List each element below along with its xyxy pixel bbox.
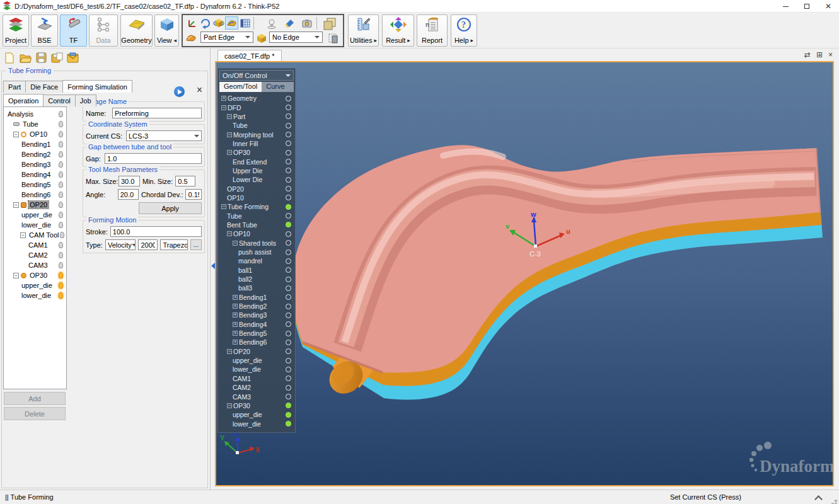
view-collapse-arrow[interactable]: ◂ xyxy=(174,37,177,43)
visibility-bulb-icon[interactable] xyxy=(59,141,63,147)
on-off-toggle-icon[interactable] xyxy=(286,267,291,273)
tree-item-bending5[interactable]: Bending5 xyxy=(4,180,66,190)
on-off-toggle-icon[interactable] xyxy=(286,105,291,110)
stroke-input[interactable] xyxy=(110,226,202,237)
utilities-button[interactable]: Utilities▸ xyxy=(348,14,379,47)
on-off-toggle-icon[interactable] xyxy=(286,132,291,137)
expander-icon[interactable]: − xyxy=(13,273,19,278)
tree-item-cam1[interactable]: CAM1 xyxy=(4,240,66,250)
onoff-item-op30[interactable]: −OP30 xyxy=(220,401,295,410)
gap-input[interactable] xyxy=(105,153,202,164)
profile-dropdown[interactable]: Trapezoid xyxy=(160,239,188,250)
visibility-bulb-icon[interactable] xyxy=(59,161,63,168)
on-off-toggle-icon[interactable] xyxy=(286,375,291,381)
onoff-item-bending6[interactable]: +Bending6 xyxy=(220,338,295,346)
visibility-bulb-icon[interactable] xyxy=(59,202,63,208)
tree-item-lower_die[interactable]: lower_die xyxy=(4,290,66,301)
visibility-bulb-icon[interactable] xyxy=(60,232,64,238)
onoff-item-op20[interactable]: −OP20 xyxy=(220,347,295,356)
onoff-item-dfd[interactable]: −DFD xyxy=(220,103,295,112)
tree-item-bending2[interactable]: Bending2 xyxy=(4,149,66,159)
visibility-bulb-icon[interactable] xyxy=(59,212,63,218)
on-off-toggle-icon[interactable] xyxy=(286,421,291,427)
on-off-control-dropdown[interactable]: On/Off Control xyxy=(219,70,294,81)
on-off-toggle-icon[interactable] xyxy=(286,150,291,156)
more-options-button[interactable]: ... xyxy=(190,239,202,250)
tree-item-analysis[interactable]: Analysis xyxy=(4,109,66,119)
visibility-bulb-icon[interactable] xyxy=(59,171,63,178)
on-off-toggle-icon[interactable] xyxy=(286,321,291,327)
no-edge-dropdown[interactable]: No Edge xyxy=(269,32,323,43)
visibility-bulb-icon[interactable] xyxy=(59,111,63,117)
expander-icon[interactable]: + xyxy=(233,312,238,318)
on-off-toggle-icon[interactable] xyxy=(286,213,291,219)
document-tab[interactable]: case02_TF.dfp * xyxy=(217,50,282,61)
new-file-icon[interactable] xyxy=(3,52,16,64)
on-off-toggle-icon[interactable] xyxy=(286,331,291,336)
result-menu-arrow[interactable]: ▸ xyxy=(407,37,410,43)
onoff-item-bending2[interactable]: +Bending2 xyxy=(220,302,295,311)
on-off-toggle-icon[interactable] xyxy=(286,222,291,227)
min-size-input[interactable] xyxy=(175,176,195,186)
tree-item-bending6[interactable]: Bending6 xyxy=(4,190,66,200)
tab-geom-tool[interactable]: Geom/Tool xyxy=(219,82,262,92)
expander-icon[interactable]: − xyxy=(227,403,232,408)
panel-splitter[interactable] xyxy=(210,49,215,490)
on-off-toggle-icon[interactable] xyxy=(286,403,291,408)
onoff-item-lower_die[interactable]: lower_die xyxy=(220,419,295,428)
add-button[interactable]: Add xyxy=(4,392,66,405)
expander-icon[interactable]: + xyxy=(233,340,238,345)
local-csys-icon[interactable] xyxy=(185,16,199,30)
onoff-item-part[interactable]: −Part xyxy=(220,112,295,121)
tree-item-cam-tool[interactable]: −CAM Tool xyxy=(4,230,66,240)
eraser-icon[interactable] xyxy=(282,16,296,30)
on-off-toggle-icon[interactable] xyxy=(286,394,291,399)
save-as-icon[interactable] xyxy=(50,52,63,64)
help-button[interactable]: ? Help▸ xyxy=(451,14,477,47)
expander-icon[interactable]: − xyxy=(13,202,19,208)
on-off-toggle-icon[interactable] xyxy=(286,231,291,237)
onoff-item-lower-die[interactable]: Lower Die xyxy=(220,175,295,184)
max-size-input[interactable] xyxy=(119,176,140,186)
visibility-bulb-icon[interactable] xyxy=(59,151,63,158)
part-edge-dropdown[interactable]: Part Edge xyxy=(200,32,253,43)
chevron-up-icon[interactable] xyxy=(814,495,823,503)
onoff-item-op10[interactable]: OP10 xyxy=(220,193,295,202)
chordal-dev-input[interactable] xyxy=(185,189,202,200)
shade-shell-icon[interactable] xyxy=(185,32,198,45)
onoff-item-cam1[interactable]: CAM1 xyxy=(220,374,295,383)
onoff-item-bending4[interactable]: +Bending4 xyxy=(220,320,295,329)
tf-button[interactable]: TF xyxy=(60,14,87,47)
current-cs-dropdown[interactable]: LCS-3 xyxy=(126,130,202,141)
on-off-toggle-icon[interactable] xyxy=(286,412,291,418)
visibility-bulb-icon[interactable] xyxy=(59,222,63,228)
tab-curve[interactable]: Curve xyxy=(262,82,289,92)
onoff-item-push-assist[interactable]: push assist xyxy=(220,248,295,256)
visibility-bulb-icon[interactable] xyxy=(59,192,63,198)
expander-icon[interactable]: − xyxy=(233,241,238,246)
tree-item-op20[interactable]: −OP20 xyxy=(4,200,66,210)
onoff-item-op10[interactable]: −OP10 xyxy=(220,229,295,238)
close-tab-icon[interactable]: × xyxy=(828,50,833,59)
geometry-button[interactable]: Geometry xyxy=(120,14,153,47)
onoff-item-upper_die[interactable]: upper_die xyxy=(220,356,295,365)
tile-windows-icon[interactable]: ⊞ xyxy=(816,50,823,59)
onoff-item-morphing-tool[interactable]: −Morphing tool xyxy=(220,130,295,139)
tab-job[interactable]: Job xyxy=(75,94,96,106)
mesh-grid-icon[interactable] xyxy=(238,16,252,30)
on-off-toggle-icon[interactable] xyxy=(286,96,291,101)
tree-item-bending3[interactable]: Bending3 xyxy=(4,159,66,169)
onoff-item-bent-tube[interactable]: Bent Tube xyxy=(220,220,295,229)
motion-type-dropdown[interactable]: Velocity xyxy=(105,239,136,250)
onoff-item-cam3[interactable]: CAM3 xyxy=(220,392,295,401)
edge-cube-icon[interactable] xyxy=(255,32,268,45)
tab-control[interactable]: Control xyxy=(43,94,75,106)
visibility-bulb-icon[interactable] xyxy=(59,121,63,127)
tree-item-bending1[interactable]: Bending1 xyxy=(4,139,66,149)
expander-icon[interactable]: − xyxy=(13,132,19,137)
onoff-item-mandrel[interactable]: mandrel xyxy=(220,256,295,265)
expander-icon[interactable]: + xyxy=(233,322,238,327)
restore-button[interactable] xyxy=(796,0,818,13)
tree-item-upper_die[interactable]: upper_die xyxy=(4,280,66,290)
on-off-toggle-icon[interactable] xyxy=(286,285,291,291)
